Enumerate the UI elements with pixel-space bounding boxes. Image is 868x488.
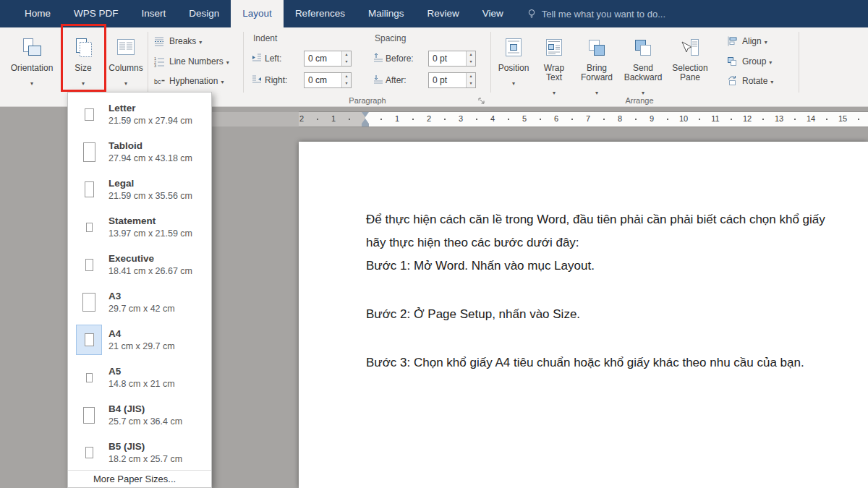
paper-size-name: Tabloid [109, 140, 192, 151]
orientation-button[interactable]: Orientation [12, 30, 52, 97]
paper-page-icon [82, 293, 95, 312]
hanging-indent-marker[interactable] [362, 119, 369, 124]
step-down-icon[interactable] [342, 80, 351, 87]
step-up-icon[interactable] [467, 51, 475, 59]
ruler-tick [762, 119, 764, 120]
paper-size-text: A4 21 cm x 29.7 cm [109, 328, 175, 351]
step-down-icon[interactable] [342, 59, 351, 66]
indent-left-stepper [341, 51, 351, 66]
ruler-tick [603, 119, 605, 120]
svg-text:3: 3 [154, 64, 156, 67]
spacing-after-value: 0 pt [429, 73, 466, 87]
indent-left-icon [252, 53, 262, 63]
paper-size-item[interactable]: Legal 21.59 cm x 35.56 cm [68, 171, 211, 208]
position-label: Position [498, 64, 529, 73]
paper-size-dims: 27.94 cm x 43.18 cm [109, 153, 192, 163]
paper-size-dims: 25.7 cm x 36.4 cm [109, 416, 182, 427]
paper-size-item[interactable]: A5 14.8 cm x 21 cm [68, 359, 211, 396]
group-separator [148, 32, 148, 93]
paragraph-dialog-launcher[interactable] [477, 97, 486, 106]
columns-button[interactable]: Columns [106, 30, 146, 97]
paper-size-item[interactable]: A3 29.7 cm x 42 cm [68, 283, 211, 321]
tab-wps-pdf[interactable]: WPS PDF [62, 0, 130, 27]
tell-me-box[interactable]: Tell me what you want to do... [527, 0, 665, 27]
tab-layout[interactable]: Layout [231, 0, 284, 27]
tab-insert[interactable]: Insert [130, 0, 178, 27]
paper-size-item[interactable]: B5 (JIS) 18.2 cm x 25.7 cm [68, 434, 211, 470]
paper-size-name: Letter [109, 103, 192, 114]
tell-me-label: Tell me what you want to do... [542, 9, 665, 20]
ruler-number: 2 [299, 114, 304, 123]
paper-page-icon [83, 142, 95, 162]
ruler-number: 5 [522, 114, 527, 123]
align-button[interactable]: Align [726, 33, 767, 49]
selection-pane-button[interactable]: Selection Pane [668, 30, 712, 97]
orientation-icon [21, 37, 43, 59]
left-indent-marker[interactable] [362, 124, 369, 127]
paper-size-item[interactable]: Executive 18.41 cm x 26.67 cm [68, 246, 211, 283]
ruler-number: 10 [679, 114, 688, 123]
ruler-tick [476, 119, 477, 120]
breaks-button[interactable]: Breaks [153, 33, 202, 49]
paper-page-icon [83, 407, 95, 424]
ruler-number: 4 [490, 114, 495, 123]
bring-forward-button[interactable]: Bring Forward [576, 30, 618, 97]
position-icon [503, 37, 524, 59]
hyphenation-button[interactable]: bc Hyphenation [153, 73, 224, 89]
step-down-icon[interactable] [467, 59, 475, 66]
rotate-label: Rotate [742, 76, 773, 86]
step-up-icon[interactable] [467, 73, 475, 80]
step-up-icon[interactable] [342, 73, 351, 80]
step-down-icon[interactable] [467, 80, 475, 87]
paper-icon [77, 401, 101, 429]
tab-references[interactable]: References [284, 0, 357, 27]
step-up-icon[interactable] [342, 51, 351, 59]
chevron-down-icon [82, 75, 85, 88]
paper-size-item[interactable]: Tabloid 27.94 cm x 43.18 cm [68, 133, 211, 171]
rotate-button[interactable]: Rotate [726, 73, 773, 89]
arrange-group: Position Wrap Text Bring Forward [495, 27, 799, 107]
position-button[interactable]: Position [495, 30, 532, 97]
send-backward-label: Send Backward [621, 64, 665, 82]
indent-left-value: 0 cm [305, 51, 341, 66]
tab-home[interactable]: Home [13, 0, 62, 27]
margins-button[interactable]: Margins [0, 30, 4, 97]
align-icon [726, 35, 738, 47]
group-objects-icon [726, 56, 738, 67]
spacing-after-input[interactable]: 0 pt [428, 72, 476, 88]
paper-size-item[interactable]: A4 21 cm x 29.7 cm [68, 321, 211, 359]
paper-page-icon [85, 181, 94, 197]
size-button[interactable]: Size [64, 30, 103, 97]
document-page[interactable]: Để thực hiện cách căn lề trong Word, đầu… [299, 142, 868, 488]
paper-icon [77, 363, 101, 392]
send-backward-button[interactable]: Send Backward [621, 30, 665, 97]
ruler-tick [667, 119, 668, 120]
tab-mailings[interactable]: Mailings [357, 0, 416, 27]
more-paper-sizes-button[interactable]: More Paper Sizes... [68, 470, 211, 487]
indent-left-input[interactable]: 0 cm [304, 51, 352, 67]
paper-page-icon [85, 447, 93, 458]
spacing-before-label: Before: [386, 53, 414, 64]
ribbon-tabs: HomeWPS PDFInsertDesignLayoutReferencesM… [0, 0, 515, 27]
paper-size-item[interactable]: Letter 21.59 cm x 27.94 cm [68, 95, 211, 133]
first-line-indent-marker[interactable] [362, 112, 369, 117]
tab-review[interactable]: Review [415, 0, 470, 27]
spacing-heading: Spacing [375, 33, 406, 43]
spacing-before-input[interactable]: 0 pt [428, 51, 476, 67]
ruler-number: 3 [459, 114, 463, 123]
bring-forward-label: Bring Forward [576, 64, 618, 82]
size-label: Size [75, 64, 91, 73]
group-button[interactable]: Group [726, 53, 772, 69]
tab-design[interactable]: Design [177, 0, 231, 27]
line-numbers-button[interactable]: 123 Line Numbers [153, 53, 229, 69]
wrap-text-button[interactable]: Wrap Text [535, 30, 573, 97]
indent-right-input[interactable]: 0 cm [304, 72, 352, 88]
paper-size-item[interactable]: B4 (JIS) 25.7 cm x 36.4 cm [68, 396, 211, 434]
paper-icon [77, 137, 101, 166]
paper-size-name: A4 [109, 328, 175, 339]
tab-view[interactable]: View [471, 0, 515, 27]
bring-forward-icon [586, 37, 608, 59]
ruler-number: 11 [711, 114, 719, 123]
paper-size-name: Executive [109, 253, 192, 264]
paper-size-item[interactable]: Statement 13.97 cm x 21.59 cm [68, 208, 211, 246]
